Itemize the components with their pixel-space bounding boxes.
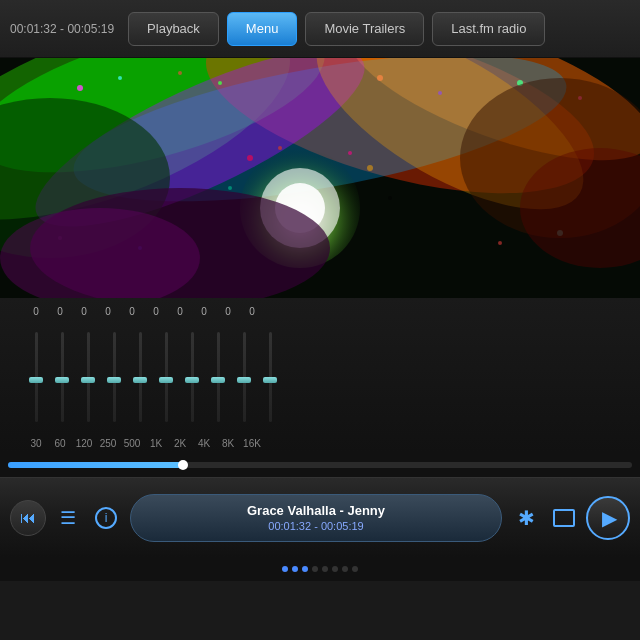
eq-slider-60[interactable] (50, 332, 74, 432)
svg-point-28 (247, 155, 253, 161)
eq-labels-row: 30601202505001K2K4K8K16K (20, 438, 620, 449)
eq-value-250: 0 (96, 306, 120, 317)
settings-icon: ✱ (518, 506, 535, 530)
transport-area: ⏮ ☰ i Grace Valhalla - Jenny 00:01:32 - … (0, 477, 640, 557)
prev-icon: ⏮ (20, 509, 36, 527)
playlist-icon: ☰ (60, 507, 76, 529)
equalizer-area: 0000000000 30601202505001K2K4K8K16K (0, 298, 640, 453)
eq-value-30: 0 (24, 306, 48, 317)
window-button[interactable] (548, 502, 580, 534)
eq-thumb-2K[interactable] (185, 377, 199, 383)
progress-thumb[interactable] (178, 460, 188, 470)
svg-point-14 (218, 81, 222, 85)
lastfm-radio-button[interactable]: Last.fm radio (432, 12, 545, 46)
visualization (0, 58, 640, 298)
info-button[interactable]: i (90, 502, 122, 534)
eq-thumb-500[interactable] (133, 377, 147, 383)
eq-track-1K (165, 332, 168, 422)
movie-trailers-button[interactable]: Movie Trailers (305, 12, 424, 46)
nav-dot-0[interactable] (282, 566, 288, 572)
eq-track-30 (35, 332, 38, 422)
nav-dot-5[interactable] (332, 566, 338, 572)
svg-point-15 (377, 75, 383, 81)
eq-label-16K: 16K (240, 438, 264, 449)
eq-thumb-60[interactable] (55, 377, 69, 383)
menu-button[interactable]: Menu (227, 12, 298, 46)
play-icon: ▶ (602, 506, 617, 530)
eq-label-500: 500 (120, 438, 144, 449)
nav-dot-6[interactable] (342, 566, 348, 572)
svg-point-12 (118, 76, 122, 80)
eq-label-1K: 1K (144, 438, 168, 449)
track-info-pill: Grace Valhalla - Jenny 00:01:32 - 00:05:… (130, 494, 502, 542)
video-area (0, 58, 640, 298)
eq-slider-4K[interactable] (206, 332, 230, 432)
bottom-nav (0, 557, 640, 581)
playlist-button[interactable]: ☰ (52, 502, 84, 534)
eq-label-30: 30 (24, 438, 48, 449)
progress-track[interactable] (8, 462, 632, 468)
eq-value-4K: 0 (192, 306, 216, 317)
svg-point-29 (278, 146, 282, 150)
eq-value-8K: 0 (216, 306, 240, 317)
svg-point-33 (388, 196, 392, 200)
eq-track-16K (269, 332, 272, 422)
track-time: 00:01:32 - 00:05:19 (268, 520, 363, 532)
eq-thumb-1K[interactable] (159, 377, 173, 383)
eq-slider-16K[interactable] (258, 332, 282, 432)
eq-value-60: 0 (48, 306, 72, 317)
top-bar: 00:01:32 - 00:05:19 Playback Menu Movie … (0, 0, 640, 58)
settings-button[interactable]: ✱ (510, 502, 542, 534)
eq-track-500 (139, 332, 142, 422)
eq-thumb-30[interactable] (29, 377, 43, 383)
eq-label-60: 60 (48, 438, 72, 449)
eq-thumb-8K[interactable] (237, 377, 251, 383)
eq-track-8K (243, 332, 246, 422)
transport-right: ✱ ▶ (510, 496, 630, 540)
eq-track-4K (217, 332, 220, 422)
info-icon: i (95, 507, 117, 529)
progress-fill (8, 462, 183, 468)
eq-value-500: 0 (120, 306, 144, 317)
nav-dot-7[interactable] (352, 566, 358, 572)
eq-thumb-250[interactable] (107, 377, 121, 383)
progress-area[interactable] (0, 453, 640, 477)
play-button[interactable]: ▶ (586, 496, 630, 540)
eq-slider-1K[interactable] (154, 332, 178, 432)
playback-button[interactable]: Playback (128, 12, 219, 46)
svg-point-13 (178, 71, 182, 75)
nav-dot-1[interactable] (292, 566, 298, 572)
eq-label-8K: 8K (216, 438, 240, 449)
track-title: Grace Valhalla - Jenny (247, 503, 385, 518)
svg-point-31 (367, 165, 373, 171)
nav-dot-3[interactable] (312, 566, 318, 572)
eq-values-row: 0000000000 (20, 306, 620, 317)
eq-track-250 (113, 332, 116, 422)
prev-button[interactable]: ⏮ (10, 500, 46, 536)
eq-thumb-16K[interactable] (263, 377, 277, 383)
nav-dot-4[interactable] (322, 566, 328, 572)
svg-point-21 (498, 241, 502, 245)
nav-dot-2[interactable] (302, 566, 308, 572)
eq-slider-500[interactable] (128, 332, 152, 432)
svg-point-30 (348, 151, 352, 155)
eq-slider-2K[interactable] (180, 332, 204, 432)
eq-value-120: 0 (72, 306, 96, 317)
eq-slider-30[interactable] (24, 332, 48, 432)
eq-track-2K (191, 332, 194, 422)
svg-point-32 (228, 186, 232, 190)
eq-label-120: 120 (72, 438, 96, 449)
time-display: 00:01:32 - 00:05:19 (10, 22, 114, 36)
eq-thumb-120[interactable] (81, 377, 95, 383)
eq-label-250: 250 (96, 438, 120, 449)
eq-sliders-row (20, 321, 620, 432)
eq-slider-120[interactable] (76, 332, 100, 432)
transport-left: ⏮ ☰ i (10, 500, 122, 536)
eq-value-16K: 0 (240, 306, 264, 317)
eq-slider-8K[interactable] (232, 332, 256, 432)
eq-thumb-4K[interactable] (211, 377, 225, 383)
eq-label-4K: 4K (192, 438, 216, 449)
eq-slider-250[interactable] (102, 332, 126, 432)
svg-point-11 (77, 85, 83, 91)
window-icon (553, 509, 575, 527)
